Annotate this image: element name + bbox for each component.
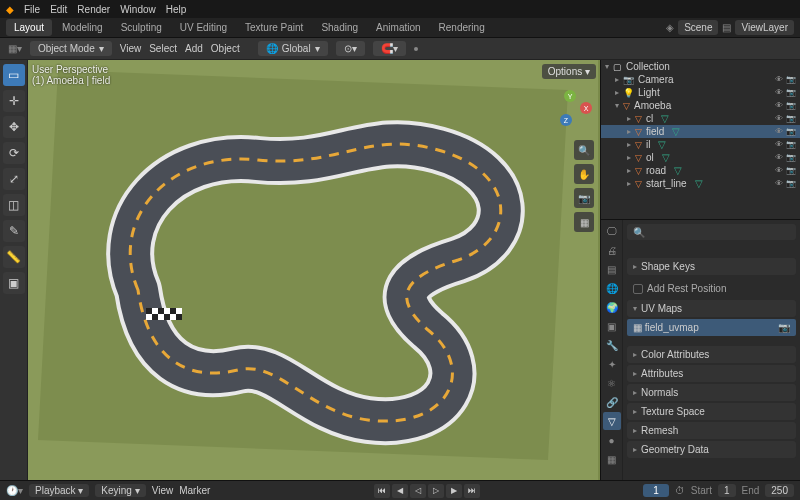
tab-world[interactable]: 🌍 (603, 298, 621, 316)
tab-modeling[interactable]: Modeling (54, 19, 111, 36)
mode-selector[interactable]: Object Mode▾ (30, 41, 112, 56)
add-rest-checkbox[interactable]: Add Rest Position (633, 281, 790, 296)
outliner-il[interactable]: ▸▽il▽👁📷 (601, 138, 800, 151)
camera-icon[interactable]: 📷 (574, 188, 594, 208)
jump-end[interactable]: ⏭ (464, 484, 480, 498)
end-frame[interactable]: 250 (765, 484, 794, 497)
timeline-keying[interactable]: Keying ▾ (95, 484, 145, 497)
tab-object[interactable]: ▣ (603, 317, 621, 335)
outliner-road[interactable]: ▸▽road▽👁📷 (601, 164, 800, 177)
tool-scale[interactable]: ⤢ (3, 168, 25, 190)
viewport-3d[interactable]: User Perspective (1) Amoeba | field Opti… (28, 60, 600, 480)
render-icon[interactable]: 📷 (786, 140, 796, 149)
outliner-ol[interactable]: ▸▽ol▽👁📷 (601, 151, 800, 164)
panel-attrs[interactable]: ▸Attributes (627, 365, 796, 382)
header-add[interactable]: Add (185, 43, 203, 54)
render-icon[interactable]: 📷 (786, 166, 796, 175)
panel-remesh[interactable]: ▸Remesh (627, 422, 796, 439)
nav-gizmo[interactable]: X Y Z (556, 90, 592, 126)
tab-particles[interactable]: ✦ (603, 355, 621, 373)
tab-physics[interactable]: ⚛ (603, 374, 621, 392)
header-object[interactable]: Object (211, 43, 240, 54)
tab-uv[interactable]: UV Editing (172, 19, 235, 36)
tab-animation[interactable]: Animation (368, 19, 428, 36)
play-rev[interactable]: ◁ (410, 484, 426, 498)
render-icon[interactable]: 📷 (786, 101, 796, 110)
tool-transform[interactable]: ◫ (3, 194, 25, 216)
menu-file[interactable]: File (24, 4, 40, 15)
tool-move[interactable]: ✥ (3, 116, 25, 138)
menu-window[interactable]: Window (120, 4, 156, 15)
zoom-icon[interactable]: 🔍 (574, 140, 594, 160)
tab-output[interactable]: 🖨 (603, 241, 621, 259)
timeline-view[interactable]: View (152, 485, 174, 496)
header-select[interactable]: Select (149, 43, 177, 54)
outliner-startline[interactable]: ▸▽start_line▽👁📷 (601, 177, 800, 190)
panel-colorattrs[interactable]: ▸Color Attributes (627, 346, 796, 363)
panel-geomdata[interactable]: ▸Geometry Data (627, 441, 796, 458)
tab-data[interactable]: ▽ (603, 412, 621, 430)
outliner-camera[interactable]: ▸📷Camera👁📷 (601, 73, 800, 86)
viewport-options[interactable]: Options ▾ (542, 64, 596, 79)
tab-texture[interactable]: Texture Paint (237, 19, 311, 36)
tab-rendering[interactable]: Rendering (431, 19, 493, 36)
panel-texspace[interactable]: ▸Texture Space (627, 403, 796, 420)
viewlayer-name[interactable]: ViewLayer (735, 20, 794, 35)
panel-normals[interactable]: ▸Normals (627, 384, 796, 401)
render-icon[interactable]: 📷 (786, 75, 796, 84)
panel-shapekeys[interactable]: ▸Shape Keys (627, 258, 796, 275)
eye-icon[interactable]: 👁 (775, 153, 783, 162)
outliner-light[interactable]: ▸💡Light👁📷 (601, 86, 800, 99)
eye-icon[interactable]: 👁 (775, 114, 783, 123)
tool-cursor[interactable]: ✛ (3, 90, 25, 112)
render-icon[interactable]: 📷 (786, 127, 796, 136)
tab-sculpting[interactable]: Sculpting (113, 19, 170, 36)
outliner-collection[interactable]: ▾▢Collection (601, 60, 800, 73)
tool-select[interactable]: ▭ (3, 64, 25, 86)
pan-icon[interactable]: ✋ (574, 164, 594, 184)
orientation[interactable]: 🌐Global▾ (258, 41, 328, 56)
render-icon[interactable]: 📷 (786, 88, 796, 97)
tab-render[interactable]: 🖵 (603, 222, 621, 240)
tab-shading[interactable]: Shading (313, 19, 366, 36)
eye-icon[interactable]: 👁 (775, 140, 783, 149)
outliner-amoeba[interactable]: ▾▽Amoeba👁📷 (601, 99, 800, 112)
tab-layout[interactable]: Layout (6, 19, 52, 36)
eye-icon[interactable]: 👁 (775, 179, 783, 188)
pivot[interactable]: ⊙▾ (336, 41, 365, 56)
start-frame[interactable]: 1 (718, 484, 736, 497)
gizmo-y[interactable]: Y (564, 90, 576, 102)
tool-addcube[interactable]: ▣ (3, 272, 25, 294)
tool-rotate[interactable]: ⟳ (3, 142, 25, 164)
header-view[interactable]: View (120, 43, 142, 54)
render-icon[interactable]: 📷 (786, 179, 796, 188)
current-frame[interactable]: 1 (643, 484, 669, 497)
perspective-icon[interactable]: ▦ (574, 212, 594, 232)
snap[interactable]: 🧲▾ (373, 41, 406, 56)
tool-measure[interactable]: 📏 (3, 246, 25, 268)
eye-icon[interactable]: 👁 (775, 101, 783, 110)
timeline-marker[interactable]: Marker (179, 485, 210, 496)
uvmap-item[interactable]: ▦ field_uvmap📷 (627, 319, 796, 336)
tab-material[interactable]: ● (603, 431, 621, 449)
tool-annotate[interactable]: ✎ (3, 220, 25, 242)
panel-uvmaps[interactable]: ▾UV Maps (627, 300, 796, 317)
eye-icon[interactable]: 👁 (775, 75, 783, 84)
eye-icon[interactable]: 👁 (775, 166, 783, 175)
tab-modifiers[interactable]: 🔧 (603, 336, 621, 354)
prev-key[interactable]: ◀ (392, 484, 408, 498)
next-key[interactable]: ▶ (446, 484, 462, 498)
gizmo-x[interactable]: X (580, 102, 592, 114)
render-icon[interactable]: 📷 (786, 153, 796, 162)
tab-view[interactable]: ▤ (603, 260, 621, 278)
menu-render[interactable]: Render (77, 4, 110, 15)
stopwatch-icon[interactable]: ⏱ (675, 485, 685, 496)
timeline-editor-icon[interactable]: 🕐▾ (6, 485, 23, 496)
editor-type-icon[interactable]: ▦▾ (8, 43, 22, 54)
menu-edit[interactable]: Edit (50, 4, 67, 15)
render-icon[interactable]: 📷 (786, 114, 796, 123)
menu-help[interactable]: Help (166, 4, 187, 15)
outliner-cl[interactable]: ▸▽cl▽👁📷 (601, 112, 800, 125)
eye-icon[interactable]: 👁 (775, 88, 783, 97)
play[interactable]: ▷ (428, 484, 444, 498)
